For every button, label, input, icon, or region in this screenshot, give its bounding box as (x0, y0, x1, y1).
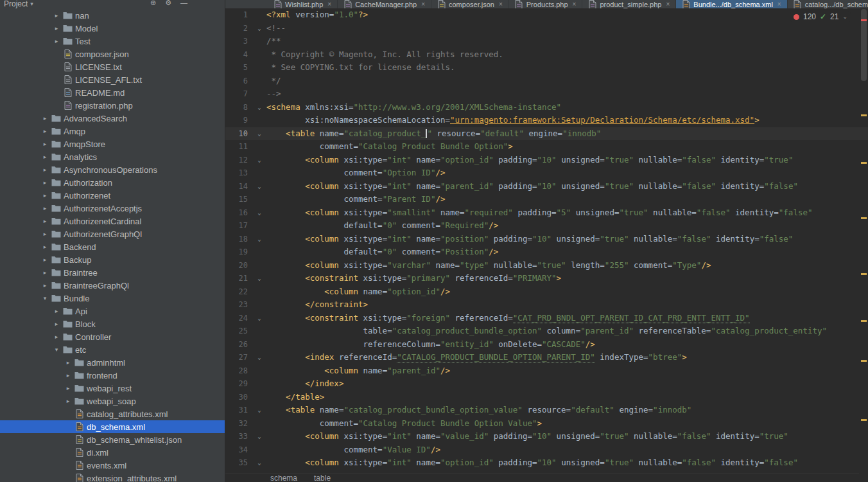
tab-close-icon[interactable]: × (421, 1, 425, 8)
tab-wishlist-php[interactable]: Wishlist.php× (268, 0, 338, 8)
editor-line[interactable]: 8⌄<schema xmlns:xsi="http://www.w3.org/2… (225, 101, 868, 114)
breadcrumb-table[interactable]: table (314, 474, 331, 482)
editor[interactable]: 1<?xml version="1.0"?>2⌄<!--3/**4 * Copy… (225, 8, 868, 482)
tree-item-block[interactable]: ▸Block (0, 317, 225, 330)
editor-line[interactable]: 35⌄ <column xsi:type="int" name="option_… (225, 456, 868, 470)
editor-line[interactable]: 28 <column name="parent_id"/> (225, 364, 868, 378)
tree-item-webapi-soap[interactable]: ▸webapi_soap (0, 395, 225, 407)
tab-product-simple-php[interactable]: product_simple.php× (582, 0, 676, 8)
tree-item-db-schema-xml[interactable]: db_schema.xml (0, 420, 225, 433)
expand-arrow-icon[interactable]: ▸ (40, 179, 50, 186)
expand-arrow-icon[interactable]: ▸ (51, 25, 62, 31)
tree-item-backend[interactable]: ▸Backend (0, 240, 225, 253)
editor-line[interactable]: 5 * See COPYING.txt for license details. (225, 61, 868, 75)
editor-line[interactable]: 1<?xml version="1.0"?> (225, 8, 868, 22)
editor-line[interactable]: 20 <column xsi:type="varchar" name="type… (225, 259, 868, 272)
editor-line[interactable]: 14⌄ <column xsi:type="int" name="parent_… (225, 180, 868, 193)
tree-item-bundle[interactable]: ▾Bundle (0, 292, 225, 305)
locate-file-icon[interactable]: ⊕ (150, 0, 156, 7)
tree-item-authorization[interactable]: ▸Authorization (0, 176, 225, 189)
tree-item-authorizenetgraphql[interactable]: ▸AuthorizenetGraphQl (0, 228, 225, 240)
editor-line[interactable]: 30 </table> (225, 391, 868, 404)
tree-item-test[interactable]: ▸Test (0, 35, 225, 48)
editor-line[interactable]: 34 comment="Value ID"/> (225, 443, 868, 457)
expand-arrow-icon[interactable]: ▸ (40, 282, 50, 289)
tree-item-frontend[interactable]: ▸frontend (0, 369, 225, 382)
expand-arrow-icon[interactable]: ▸ (51, 334, 62, 340)
tree-item-braintree[interactable]: ▸Braintree (0, 266, 225, 279)
editor-line[interactable]: 18⌄ <column xsi:type="int" name="positio… (225, 233, 868, 246)
fold-icon[interactable]: ⌄ (252, 206, 266, 220)
fold-icon[interactable]: ⌄ (252, 101, 266, 114)
editor-line[interactable]: 32 comment="Catalog Product Bundle Optio… (225, 417, 868, 431)
tree-item-model[interactable]: ▸Model (0, 22, 225, 35)
gear-icon[interactable]: ⚙ (165, 0, 171, 7)
expand-arrow-icon[interactable]: ▸ (63, 398, 73, 404)
editor-line[interactable]: 11 comment="Catalog Product Bundle Optio… (225, 140, 868, 154)
fold-icon[interactable]: ⌄ (252, 154, 266, 167)
expand-arrow-icon[interactable]: ▸ (40, 205, 50, 211)
editor-line[interactable]: 24⌄ <constraint xsi:type="foreign" refer… (225, 312, 868, 325)
project-view-selector[interactable]: Project ▾ (4, 0, 33, 8)
tree-item-authorizenet[interactable]: ▸Authorizenet (0, 189, 225, 202)
tab-close-icon[interactable]: × (573, 1, 577, 8)
editor-line[interactable]: 3/** (225, 35, 868, 48)
expand-arrow-icon[interactable]: ▸ (40, 192, 50, 199)
inspection-stripe-mark[interactable] (861, 320, 867, 322)
editor-line[interactable]: 2⌄<!-- (225, 22, 868, 35)
tree-item-extension-attributes-xml[interactable]: extension_attributes.xml (0, 472, 225, 482)
tree-item-backup[interactable]: ▸Backup (0, 253, 225, 266)
expand-arrow-icon[interactable]: ▸ (40, 218, 50, 224)
editor-line[interactable]: 4 * Copyright © Magento, Inc. All rights… (225, 48, 868, 62)
inspection-stripe-mark[interactable] (861, 217, 867, 219)
tree-item-adminhtml[interactable]: ▸adminhtml (0, 356, 225, 369)
tree-item-etc[interactable]: ▾etc (0, 343, 225, 356)
tree-item-db-schema-whitelist-json[interactable]: db_schema_whitelist.json (0, 433, 225, 446)
expand-arrow-icon[interactable]: ▸ (51, 38, 62, 44)
tree-item-registration-php[interactable]: registration.php (0, 99, 225, 112)
tab-close-icon[interactable]: × (499, 1, 503, 8)
editor-line[interactable]: 9 xsi:noNamespaceSchemaLocation="urn:mag… (225, 114, 868, 127)
expand-arrow-icon[interactable]: ▸ (40, 256, 50, 263)
editor-line[interactable]: 29 </index> (225, 377, 868, 391)
editor-line[interactable]: 33⌄ <column xsi:type="int" name="value_i… (225, 430, 868, 443)
tree-item-license-txt[interactable]: LICENSE.txt (0, 60, 225, 73)
tree-item-asynchronousoperations[interactable]: ▸AsynchronousOperations (0, 163, 225, 176)
tree-item-composer-json[interactable]: composer.json (0, 48, 225, 60)
fold-icon[interactable]: ⌄ (252, 351, 266, 364)
editor-line[interactable]: 22 <column name="option_id"/> (225, 285, 868, 299)
tab-close-icon[interactable]: × (666, 1, 670, 8)
inspection-stripe-mark[interactable] (861, 360, 867, 362)
expand-arrow-icon[interactable]: ▸ (63, 359, 73, 366)
tree-item-authorizenetacceptjs[interactable]: ▸AuthorizenetAcceptjs (0, 202, 225, 215)
fold-icon[interactable]: ⌄ (252, 127, 266, 141)
tab-catalog-db-schema-xml[interactable]: catalog.../db_schema.xml× (788, 0, 868, 8)
tree-item-controller[interactable]: ▸Controller (0, 330, 225, 343)
editor-line[interactable]: 26 referenceColumn="entity_id" onDelete=… (225, 338, 868, 352)
inspection-stripe-mark[interactable] (861, 114, 867, 116)
editor-scrollbar[interactable] (859, 0, 868, 482)
tab-composer-json[interactable]: composer.json× (431, 0, 509, 8)
fold-icon[interactable]: ⌄ (252, 312, 266, 325)
tree-item-advancedsearch[interactable]: ▸AdvancedSearch (0, 112, 225, 125)
tree-item-webapi-rest[interactable]: ▸webapi_rest (0, 382, 225, 395)
editor-line[interactable]: 31⌄ <table name="catalog_product_bundle_… (225, 404, 868, 417)
tree-item-readme-md[interactable]: README.md (0, 86, 225, 99)
expand-arrow-icon[interactable]: ▸ (63, 385, 73, 391)
editor-line[interactable]: 25 table="catalog_product_bundle_option"… (225, 325, 868, 338)
inspections-widget[interactable]: 120 ✓ 21 ⌄ (790, 11, 851, 22)
tab-close-icon[interactable]: × (777, 1, 781, 8)
tree-item-license-afl-txt[interactable]: LICENSE_AFL.txt (0, 73, 225, 86)
breadcrumb-schema[interactable]: schema (270, 474, 297, 482)
tree-item-nan[interactable]: ▸nan (0, 9, 225, 22)
fold-icon[interactable]: ⌄ (252, 233, 266, 246)
editor-line[interactable]: 6 */ (225, 75, 868, 88)
tree-item-catalog-attributes-xml[interactable]: catalog_attributes.xml (0, 407, 225, 420)
editor-line[interactable]: 17 default="0" comment="Required"/> (225, 219, 868, 233)
editor-line[interactable]: 10⌄ <table name="catalog_product_" resou… (225, 127, 868, 141)
expand-arrow-icon[interactable]: ▾ (51, 346, 62, 353)
tree-item-amqp[interactable]: ▸Amqp (0, 125, 225, 138)
expand-arrow-icon[interactable]: ▸ (40, 115, 50, 121)
fold-icon[interactable]: ⌄ (252, 180, 266, 193)
fold-icon[interactable]: ⌄ (252, 404, 266, 417)
